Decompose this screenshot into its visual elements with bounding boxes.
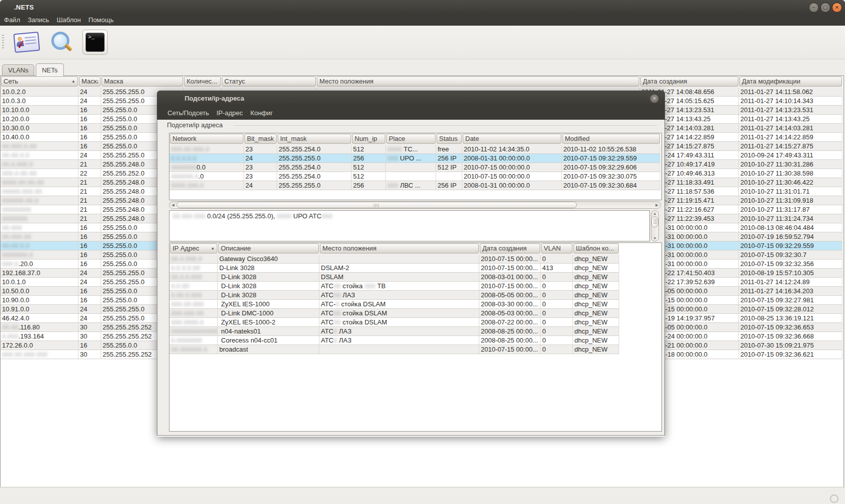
table-row[interactable]: 88.8.8.888 D-Link 3028DSLAM2008-03-01 00… [170, 273, 619, 282]
column-header[interactable]: Маска [101, 76, 184, 88]
table-cell: 24 [78, 151, 101, 160]
table-cell: 2010-07-15 09:32:29.606 [562, 163, 660, 172]
table-row[interactable]: 88.8.888.8Gateway Cisco36402010-07-15 00… [170, 255, 619, 264]
table-cell: DSLAM-2 [319, 264, 479, 273]
table-cell: 2010-07-15 09:32:36.621 [739, 350, 842, 359]
table-cell: 2010-07-15 09:32:30.075 [562, 172, 660, 181]
redacted-text: 8888888 [171, 163, 197, 171]
column-header[interactable]: Bit_mask [244, 133, 277, 145]
table-row[interactable]: 888.88.888.823255.255.254.05128888 ТС...… [170, 145, 660, 154]
column-header[interactable]: Сеть▲ [1, 76, 78, 88]
column-header[interactable]: Дата создания [479, 243, 541, 255]
toolbar-grip[interactable] [2, 35, 4, 50]
column-header[interactable]: Статус [221, 76, 316, 88]
sort-ascending-icon: ▲ [71, 77, 75, 86]
table-row[interactable]: 8.8888888 Corecess n04-cc01АТС8 ЛАЗ2008-… [170, 336, 619, 345]
table-cell: 8888888.8 [1, 250, 78, 260]
person-icon [18, 37, 22, 41]
subnet-description-box[interactable]: 88.888.888.0.0/24 (255.255.255.0), 8888 … [169, 210, 650, 241]
table-row[interactable]: 888.88.888 ZyXEL IES-1000АТС-8 стойка DS… [170, 300, 619, 309]
column-header[interactable]: Network [170, 133, 244, 145]
table-cell: 23 [244, 172, 277, 181]
column-header[interactable]: Маска [78, 76, 101, 88]
table-row[interactable]: 88.888888.8broadcast2010-07-15 00:00...0… [170, 345, 619, 354]
table-row[interactable]: 888.8888.8 ZyXEL IES-1000-2АТС88 стойка … [170, 318, 619, 327]
table-cell: 2010-07-15 09:32:28.012 [739, 305, 842, 314]
scroll-left-icon[interactable]: ◀ [170, 202, 177, 208]
table-row[interactable]: 8.8.88 D-Link 3028АТС88 стойка 888 ТВ201… [170, 282, 619, 291]
table-row[interactable]: 8888.888.824255.255.255.0256888 ЛВС ...2… [170, 181, 660, 190]
column-header[interactable]: Место положения [316, 76, 640, 88]
dialog-close-icon[interactable]: ✕ [650, 94, 659, 103]
table-cell: 2010-10-27 11:31:24.734 [739, 214, 842, 223]
scrollbar-thumb[interactable] [651, 216, 658, 227]
horizontal-scrollbar[interactable]: ◀ ▶ [169, 201, 661, 209]
table-cell: 255.255.255.0 [277, 181, 352, 190]
column-header[interactable]: Описание [218, 243, 319, 255]
menu-config[interactable]: Конфиг [250, 109, 273, 117]
minimize-button[interactable]: − [809, 3, 819, 13]
table-row[interactable]: 8.88.8.888 D-Link 3028АТС88 ЛАЗ2008-05-0… [170, 291, 619, 300]
tab-vlans[interactable]: VLANs [2, 64, 34, 76]
record-editor-icon[interactable] [13, 32, 40, 53]
search-icon[interactable] [50, 31, 73, 54]
scroll-up-icon[interactable]: ▲ [651, 211, 658, 216]
table-cell: АТС88 стойка DSLAM [319, 309, 479, 318]
table-row[interactable]: 888.888.88 D-Link DMC-1000АТС88 стойка D… [170, 309, 619, 318]
column-header[interactable]: IP Адрес▲ [170, 243, 218, 255]
table-cell: 10.0.1.0 [1, 278, 78, 287]
maximize-button[interactable]: ▢ [820, 3, 830, 13]
column-header[interactable]: Int_mask [277, 133, 352, 145]
table-row[interactable]: 8.8.8.8.88D-Link 3028DSLAM-22010-07-15 0… [170, 264, 619, 273]
redacted-text: 8.8888888 [171, 337, 202, 344]
table-cell: dhcp_NEW [573, 318, 619, 327]
table-cell: 8888 ТС... [386, 145, 436, 154]
table-cell: 8888888 [1, 214, 78, 223]
table-cell: free [436, 145, 462, 154]
column-header[interactable]: Шаблон ко... [573, 243, 619, 255]
table-cell: dhcp_NEW [573, 282, 619, 291]
column-header[interactable]: Place [386, 133, 436, 145]
tab-nets[interactable]: NETs [36, 63, 63, 76]
menu-file[interactable]: Файл [4, 16, 20, 24]
column-header[interactable]: Status [436, 133, 462, 145]
table-cell: 2011-01-27 14:16:34.203 [739, 287, 842, 296]
menu-template[interactable]: Шаблон [57, 16, 81, 24]
menu-help[interactable]: Помощь [89, 16, 114, 24]
table-cell: 0 [541, 282, 573, 291]
sort-ascending-icon: ▲ [211, 244, 215, 253]
column-header[interactable]: Место положения [319, 243, 479, 255]
tab-bar: VLANs NETs [0, 59, 845, 76]
vertical-scrollbar[interactable]: ▲ ▼ [651, 210, 659, 241]
terminal-button[interactable]: >_ [82, 30, 108, 55]
column-header[interactable]: Дата создания [640, 76, 739, 88]
table-cell: 21 [78, 205, 101, 214]
column-header[interactable]: Количес... [184, 76, 221, 88]
table-row[interactable]: 888888.8.023255.255.254.05122010-07-15 0… [170, 172, 660, 181]
table-cell: АТС88 стойка DSLAM [319, 318, 479, 327]
column-header[interactable]: Num_ip [352, 133, 386, 145]
scroll-down-icon[interactable]: ▼ [651, 235, 658, 241]
table-cell: D-Link 3028 [218, 282, 319, 291]
scrollbar-thumb[interactable] [177, 202, 577, 208]
table-cell: 0 [541, 327, 573, 336]
column-header[interactable]: Date [462, 133, 562, 145]
menu-ip-address[interactable]: IP-адрес [216, 109, 242, 117]
menu-record[interactable]: Запись [28, 16, 49, 24]
redacted-text: 88888.888.88 [2, 188, 42, 195]
window-controls: − ▢ ✕ [809, 3, 842, 13]
column-header[interactable]: Дата модификации [739, 76, 842, 88]
table-cell: 21 [78, 214, 101, 223]
column-header[interactable]: VLAN [541, 243, 573, 255]
table-row[interactable]: 8.8.8.8.824255.255.255.0256888 UPO ...25… [170, 154, 660, 163]
table-cell: dhcp_NEW [573, 255, 619, 264]
redacted-text: 8.8.88 [171, 282, 189, 290]
scroll-right-icon[interactable]: ▶ [653, 202, 660, 208]
scrollbar-grip [374, 204, 380, 207]
dialog-title-bar[interactable]: Подсети/ip-адреса ✕ [157, 91, 665, 106]
column-header[interactable]: Modified [562, 133, 660, 145]
menu-net-subnet[interactable]: Сеть/Подсеть [167, 109, 209, 117]
table-row[interactable]: 88888880.023255.255.254.0512512 IP2010-0… [170, 163, 660, 172]
close-button[interactable]: ✕ [832, 3, 842, 13]
table-row[interactable]: 8888888888888 n04-nateks01АТС8 ЛАЗ2008-0… [170, 327, 619, 336]
